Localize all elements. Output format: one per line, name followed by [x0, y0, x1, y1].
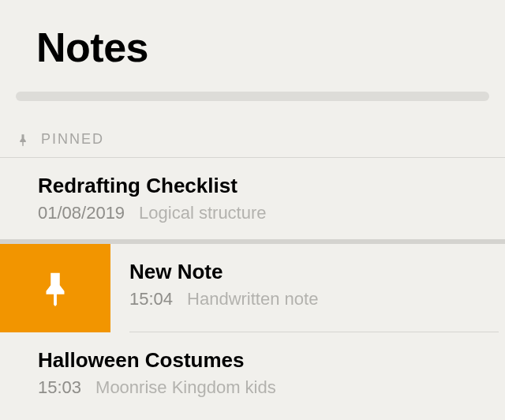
search-input[interactable] — [16, 92, 489, 101]
list-item[interactable]: New Note 15:04 Handwritten note — [0, 244, 505, 332]
note-meta: 15:03 Moonrise Kingdom kids — [38, 377, 489, 398]
note-time: 15:03 — [38, 377, 81, 398]
list-item[interactable]: Redrafting Checklist 01/08/2019 Logical … — [0, 158, 505, 239]
pin-icon — [16, 133, 30, 147]
note-time: 15:04 — [129, 289, 173, 309]
page-title: Notes — [36, 24, 469, 71]
divider — [129, 332, 499, 332]
header: Notes — [0, 0, 505, 71]
note-title: Redrafting Checklist — [38, 174, 489, 198]
note-preview: Logical structure — [139, 203, 266, 223]
note-meta: 15:04 Handwritten note — [129, 289, 489, 309]
note-date: 01/08/2019 — [38, 203, 125, 223]
note-meta: 01/08/2019 Logical structure — [38, 203, 489, 223]
pinned-section-header: PINNED — [0, 101, 505, 157]
pinned-section-label: PINNED — [41, 131, 104, 148]
note-title: New Note — [129, 260, 489, 284]
pin-icon — [37, 270, 73, 306]
list-item[interactable]: Halloween Costumes 15:03 Moonrise Kingdo… — [0, 332, 505, 414]
note-content: New Note 15:04 Handwritten note — [110, 244, 505, 332]
notes-list-screen: Notes PINNED Redrafting Checklist 01/08/… — [0, 0, 505, 420]
note-title: Halloween Costumes — [38, 348, 489, 373]
note-preview: Moonrise Kingdom kids — [95, 377, 276, 398]
note-preview: Handwritten note — [187, 289, 318, 309]
pin-swipe-action[interactable] — [0, 244, 110, 332]
